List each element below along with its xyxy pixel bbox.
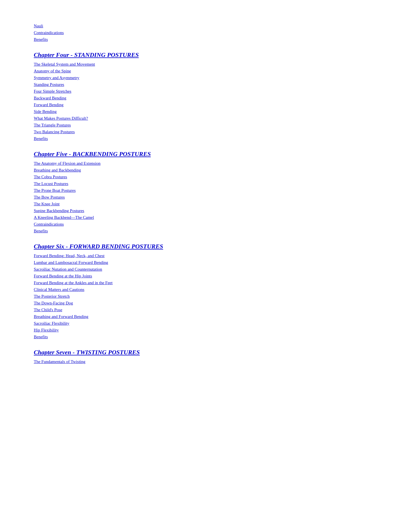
toc-link[interactable]: Backward Bending	[34, 95, 377, 101]
section-chapter-four: Chapter Four - STANDING POSTURESThe Skel…	[34, 51, 377, 142]
toc-link[interactable]: Clinical Matters and Cautions	[34, 286, 377, 293]
toc-link[interactable]: Sacroiliac Nutation and Counternutation	[34, 266, 377, 273]
toc-link[interactable]: Forward Bending at the Hip Joints	[34, 273, 377, 279]
chapter-five-title[interactable]: Chapter Five - BACKBENDING POSTURES	[34, 150, 377, 158]
toc-link[interactable]: Forward Bending	[34, 101, 377, 108]
toc-link[interactable]: The Fundamentals of Twisting	[34, 358, 377, 365]
chapter-six-title[interactable]: Chapter Six - FORWARD BENDING POSTURES	[34, 243, 377, 250]
toc-link[interactable]: Benefits	[34, 135, 377, 142]
toc-link[interactable]: Forward Bending: Head, Neck, and Chest	[34, 252, 377, 259]
toc-link[interactable]: Nauli	[34, 23, 377, 29]
toc-link[interactable]: Anatomy of the Spine	[34, 68, 377, 74]
toc-link[interactable]: Contraindications	[34, 221, 377, 228]
toc-link[interactable]: The Child's Pose	[34, 306, 377, 313]
section-chapter-five: Chapter Five - BACKBENDING POSTURESThe A…	[34, 150, 377, 234]
toc-link[interactable]: The Knee Joint	[34, 201, 377, 207]
toc-link[interactable]: Sacroiliac Flexibility	[34, 320, 377, 327]
toc-link[interactable]: The Triangle Postures	[34, 122, 377, 128]
intro-links-section: NauliContraindicationsBenefits	[34, 23, 377, 43]
toc-link[interactable]: Benefits	[34, 228, 377, 234]
toc-link[interactable]: Four Simple Stretches	[34, 88, 377, 95]
toc-link[interactable]: A Kneeling Backbend—The Camel	[34, 214, 377, 221]
toc-link[interactable]: Forward Bending at the Ankles and in the…	[34, 279, 377, 286]
toc-link[interactable]: Two Balancing Postures	[34, 128, 377, 135]
chapter-seven-title[interactable]: Chapter Seven - TWISTING POSTURES	[34, 349, 377, 356]
toc-link[interactable]: What Makes Postures Difficult?	[34, 115, 377, 122]
toc-link[interactable]: The Anatomy of Flexion and Extension	[34, 160, 377, 167]
chapter-four-title[interactable]: Chapter Four - STANDING POSTURES	[34, 51, 377, 59]
toc-link[interactable]: The Cobra Postures	[34, 173, 377, 180]
toc-link[interactable]: Benefits	[34, 36, 377, 43]
toc-link[interactable]: The Prone Boat Postures	[34, 187, 377, 194]
toc-link[interactable]: Symmetry and Asymmetry	[34, 74, 377, 81]
toc-link[interactable]: Lumbar and Lumbosacral Forward Bending	[34, 259, 377, 266]
toc-link[interactable]: Supine Backbending Postures	[34, 207, 377, 214]
toc-link[interactable]: Contraindications	[34, 29, 377, 36]
toc-link[interactable]: The Posterior Stretch	[34, 293, 377, 300]
toc-link[interactable]: The Locust Postures	[34, 180, 377, 187]
section-chapter-seven: Chapter Seven - TWISTING POSTURESThe Fun…	[34, 349, 377, 365]
toc-link[interactable]: Breathing and Backbending	[34, 167, 377, 173]
toc-link[interactable]: The Skeletal System and Movement	[34, 61, 377, 68]
section-chapter-six: Chapter Six - FORWARD BENDING POSTURESFo…	[34, 243, 377, 340]
toc-link[interactable]: Hip Flexibility	[34, 327, 377, 333]
toc-link[interactable]: Benefits	[34, 333, 377, 340]
toc-link[interactable]: The Down-Facing Dog	[34, 300, 377, 306]
toc-link[interactable]: Side Bending	[34, 108, 377, 115]
toc-link[interactable]: Standing Postures	[34, 81, 377, 88]
toc-link[interactable]: The Bow Postures	[34, 194, 377, 201]
toc-link[interactable]: Breathing and Forward Bending	[34, 313, 377, 320]
